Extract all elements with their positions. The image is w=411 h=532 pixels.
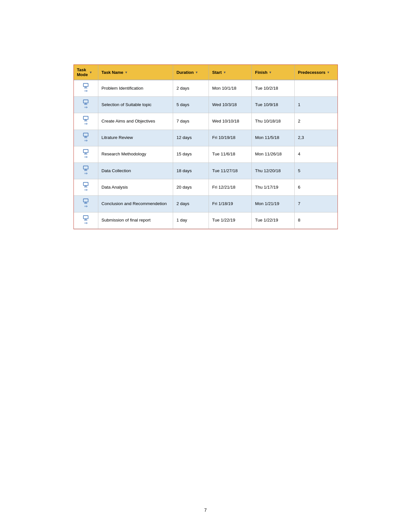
th-finish-filter-icon[interactable]: ▼ xyxy=(269,71,272,74)
predecessors-cell: 8 xyxy=(295,212,338,229)
arrow-icon: ⇒ xyxy=(84,104,88,110)
predecessors-cell: 4 xyxy=(295,146,338,163)
gantt-table-wrapper: TaskMode ▼ Task Name ▼ Duration ▼ xyxy=(73,64,338,229)
duration-cell: 15 days xyxy=(173,146,209,163)
start-cell: Wed 10/3/18 xyxy=(209,97,252,113)
th-finish-label: Finish xyxy=(255,70,267,75)
th-predecessors[interactable]: Predecessors ▼ xyxy=(295,65,338,80)
finish-cell: Thu 10/18/18 xyxy=(252,113,295,130)
arrow-icon: ⇒ xyxy=(84,121,88,127)
th-predecessors-filter-icon[interactable]: ▼ xyxy=(327,71,330,74)
task-name-cell: Problem Identification xyxy=(98,80,173,97)
task-name-cell: Create Aims and Objectives xyxy=(98,113,173,130)
task-mode-cell: ⇒ xyxy=(74,130,98,146)
finish-cell: Mon 11/26/18 xyxy=(252,146,295,163)
task-name-cell: Data Analysis xyxy=(98,179,173,196)
start-cell: Tue 11/6/18 xyxy=(209,146,252,163)
start-cell: Fri 1/18/19 xyxy=(209,196,252,212)
predecessors-cell: 5 xyxy=(295,163,338,179)
th-finish[interactable]: Finish ▼ xyxy=(252,65,295,80)
duration-cell: 12 days xyxy=(173,130,209,146)
task-name-cell: Selection of Suitable topic xyxy=(98,97,173,113)
th-start-label: Start xyxy=(212,70,222,75)
task-mode-cell: ⇒ xyxy=(74,179,98,196)
th-duration-label: Duration xyxy=(176,70,193,75)
table-row: ⇒ Litrature Review12 daysFri 10/19/18Mon… xyxy=(74,130,338,146)
task-mode-icon: ⇒ xyxy=(83,215,89,226)
start-cell: Fri 10/19/18 xyxy=(209,130,252,146)
duration-cell: 7 days xyxy=(173,113,209,130)
duration-cell: 2 days xyxy=(173,196,209,212)
finish-cell: Tue 10/9/18 xyxy=(252,97,295,113)
predecessors-cell: 2,3 xyxy=(295,130,338,146)
table-row: ⇒ Data Analysis20 daysFri 12/21/18Thu 1/… xyxy=(74,179,338,196)
task-mode-icon: ⇒ xyxy=(83,198,89,209)
arrow-icon: ⇒ xyxy=(84,220,88,226)
table-row: ⇒ Research Methodology15 daysTue 11/6/18… xyxy=(74,146,338,163)
duration-cell: 20 days xyxy=(173,179,209,196)
finish-cell: Tue 1/22/19 xyxy=(252,212,295,229)
task-mode-icon: ⇒ xyxy=(83,149,89,160)
arrow-icon: ⇒ xyxy=(84,88,88,94)
th-task-name-label: Task Name xyxy=(102,70,123,75)
arrow-icon: ⇒ xyxy=(84,171,88,176)
th-duration-filter-icon[interactable]: ▼ xyxy=(195,71,198,74)
start-cell: Mon 10/1/18 xyxy=(209,80,252,97)
task-name-cell: Submission of final report xyxy=(98,212,173,229)
svg-rect-9 xyxy=(83,133,88,136)
th-start-filter-icon[interactable]: ▼ xyxy=(223,71,226,74)
task-mode-cell: ⇒ xyxy=(74,80,98,97)
task-mode-cell: ⇒ xyxy=(74,146,98,163)
th-task-mode-filter-icon[interactable]: ▼ xyxy=(89,71,92,74)
arrow-icon: ⇒ xyxy=(84,203,88,209)
table-row: ⇒ Problem Identification2 daysMon 10/1/1… xyxy=(74,80,338,97)
finish-cell: Thu 12/20/18 xyxy=(252,163,295,179)
svg-rect-21 xyxy=(83,199,88,202)
svg-rect-3 xyxy=(83,100,88,103)
task-mode-cell: ⇒ xyxy=(74,113,98,130)
table-row: ⇒ Submission of final report1 dayTue 1/2… xyxy=(74,212,338,229)
duration-cell: 1 day xyxy=(173,212,209,229)
table-row: ⇒ Data Collection18 daysTue 11/27/18Thu … xyxy=(74,163,338,179)
finish-cell: Tue 10/2/18 xyxy=(252,80,295,97)
task-mode-cell: ⇒ xyxy=(74,196,98,212)
finish-cell: Mon 11/5/18 xyxy=(252,130,295,146)
task-mode-icon: ⇒ xyxy=(83,182,89,193)
th-start[interactable]: Start ▼ xyxy=(209,65,252,80)
start-cell: Tue 1/22/19 xyxy=(209,212,252,229)
predecessors-cell: 2 xyxy=(295,113,338,130)
svg-rect-12 xyxy=(83,149,88,153)
predecessors-cell: 7 xyxy=(295,196,338,212)
duration-cell: 18 days xyxy=(173,163,209,179)
th-task-name-filter-icon[interactable]: ▼ xyxy=(124,71,128,74)
th-predecessors-label: Predecessors xyxy=(298,70,325,75)
duration-cell: 2 days xyxy=(173,80,209,97)
task-mode-icon: ⇒ xyxy=(83,83,89,94)
task-mode-icon: ⇒ xyxy=(83,133,89,143)
finish-cell: Mon 1/21/19 xyxy=(252,196,295,212)
task-mode-icon: ⇒ xyxy=(83,99,89,110)
page-number: 7 xyxy=(204,507,207,513)
svg-rect-18 xyxy=(83,182,88,186)
gantt-table: TaskMode ▼ Task Name ▼ Duration ▼ xyxy=(74,65,338,229)
arrow-icon: ⇒ xyxy=(84,138,88,143)
finish-cell: Thu 1/17/19 xyxy=(252,179,295,196)
task-mode-cell: ⇒ xyxy=(74,212,98,229)
arrow-icon: ⇒ xyxy=(84,187,88,193)
table-row: ⇒ Conclusion and Recommendetion2 daysFri… xyxy=(74,196,338,212)
task-name-cell: Research Methodology xyxy=(98,146,173,163)
table-header-row: TaskMode ▼ Task Name ▼ Duration ▼ xyxy=(74,65,338,80)
th-duration[interactable]: Duration ▼ xyxy=(173,65,209,80)
start-cell: Tue 11/27/18 xyxy=(209,163,252,179)
th-task-name[interactable]: Task Name ▼ xyxy=(98,65,173,80)
svg-rect-24 xyxy=(83,215,88,219)
th-task-mode-label: TaskMode xyxy=(77,67,88,77)
predecessors-cell: 6 xyxy=(295,179,338,196)
svg-rect-6 xyxy=(83,116,88,120)
th-task-mode[interactable]: TaskMode ▼ xyxy=(74,65,98,80)
table-row: ⇒ Selection of Suitable topic5 daysWed 1… xyxy=(74,97,338,113)
task-mode-cell: ⇒ xyxy=(74,163,98,179)
task-name-cell: Conclusion and Recommendetion xyxy=(98,196,173,212)
duration-cell: 5 days xyxy=(173,97,209,113)
task-name-cell: Data Collection xyxy=(98,163,173,179)
